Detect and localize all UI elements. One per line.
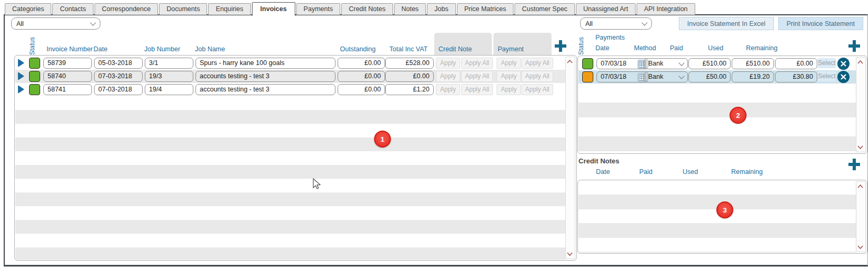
- add-payment-icon[interactable]: [847, 39, 861, 53]
- payment-apply-button[interactable]: Apply: [497, 71, 521, 82]
- payment-method-dropdown[interactable]: Bank: [644, 71, 688, 82]
- job-number-field[interactable]: 19/4: [145, 84, 193, 95]
- credit-note-apply-all-button[interactable]: Apply All: [461, 58, 493, 69]
- payment-date-value: 07/03/18: [601, 73, 627, 80]
- payments-filter-dropdown[interactable]: All: [580, 17, 652, 30]
- tab-price-matrices[interactable]: Price Matrices: [457, 3, 514, 15]
- column-cn-paid: Paid: [639, 168, 652, 176]
- tab-credit-notes[interactable]: Credit Notes: [341, 3, 393, 15]
- used-field[interactable]: £19.20: [732, 71, 774, 82]
- tab-correspondence[interactable]: Correspondence: [95, 3, 158, 15]
- column-payments-date-line1: Payments: [595, 34, 625, 41]
- total-inc-vat-field[interactable]: £1.20: [385, 84, 434, 95]
- payments-list-scrollbar[interactable]: [856, 57, 866, 152]
- invoice-list: 58739 05-03-2018 3/1 Spurs - harry kane …: [14, 55, 577, 261]
- invoice-row[interactable]: 58740 07-03-2018 19/3 accounts testing -…: [15, 70, 565, 83]
- tab-unassigned-art[interactable]: Unassigned Art: [576, 3, 636, 15]
- select-payment-button[interactable]: Select: [818, 71, 836, 81]
- print-invoice-statement-button[interactable]: Print Invoice Statement: [778, 17, 863, 30]
- payment-date-value: 07/03/18: [601, 60, 627, 67]
- job-name-field[interactable]: accounts testing - test 3: [195, 84, 335, 95]
- delete-payment-icon[interactable]: [837, 58, 850, 70]
- payment-row-selected[interactable]: 07/03/18 Bank £50.00 £19.20 £30.80 Selec…: [578, 70, 856, 84]
- invoice-date-field[interactable]: 07-03-2018: [94, 71, 143, 82]
- tab-enquiries[interactable]: Enquiries: [208, 3, 250, 15]
- job-name-field[interactable]: Spurs - harry kane 100 goals: [195, 58, 335, 69]
- expand-row-icon[interactable]: [18, 72, 24, 80]
- chevron-down-icon: [678, 60, 684, 66]
- remaining-field[interactable]: £0.00: [775, 58, 817, 69]
- tab-api-integration[interactable]: API Integration: [637, 3, 695, 15]
- paid-field[interactable]: £510.00: [688, 58, 731, 69]
- scroll-up-icon[interactable]: [567, 60, 573, 63]
- credit-note-apply-button[interactable]: Apply: [436, 58, 460, 69]
- invoice-statement-excel-button[interactable]: Invoice Statement In Excel: [679, 17, 774, 30]
- total-inc-vat-field[interactable]: £0.00: [385, 71, 434, 82]
- payment-apply-all-button[interactable]: Apply All: [521, 71, 553, 82]
- scroll-down-icon[interactable]: [567, 252, 573, 256]
- payment-apply-all-button[interactable]: Apply All: [521, 84, 553, 95]
- column-invoice-number: Invoice Number: [46, 45, 93, 53]
- status-indicator: [582, 58, 593, 69]
- invoice-number-field[interactable]: 58739: [43, 58, 92, 69]
- invoice-row[interactable]: 58741 07-03-2018 19/4 accounts testing -…: [15, 83, 565, 96]
- tab-payments[interactable]: Payments: [296, 3, 341, 15]
- credit-note-apply-button[interactable]: Apply: [436, 71, 460, 82]
- invoice-filter-dropdown[interactable]: All: [11, 17, 100, 30]
- payment-apply-all-button[interactable]: Apply All: [521, 58, 553, 69]
- tab-bar: Categories Contacts Correspondence Docum…: [5, 2, 868, 15]
- chevron-down-icon: [90, 20, 96, 25]
- chevron-down-icon: [678, 73, 684, 79]
- credit-notes-scrollbar[interactable]: [856, 181, 866, 252]
- tab-contacts[interactable]: Contacts: [52, 3, 93, 15]
- add-invoice-icon[interactable]: [554, 39, 567, 53]
- job-number-field[interactable]: 3/1: [145, 58, 193, 69]
- payment-apply-button[interactable]: Apply: [497, 84, 521, 95]
- invoice-number-field[interactable]: 58741: [43, 84, 92, 95]
- payment-date-field[interactable]: 07/03/18: [596, 58, 648, 69]
- empty-row-stripes: [578, 84, 856, 153]
- used-field[interactable]: £510.00: [732, 58, 774, 69]
- tab-notes[interactable]: Notes: [394, 3, 426, 15]
- paid-field[interactable]: £50.00: [688, 71, 731, 82]
- invoice-number-field[interactable]: 58740: [43, 71, 92, 82]
- outstanding-field[interactable]: £0.00: [338, 84, 385, 95]
- tab-documents[interactable]: Documents: [159, 3, 207, 15]
- tab-customer-spec[interactable]: Customer Spec: [515, 3, 575, 15]
- invoice-date-field[interactable]: 05-03-2018: [94, 58, 143, 69]
- tab-categories[interactable]: Categories: [5, 3, 51, 15]
- invoice-row[interactable]: 58739 05-03-2018 3/1 Spurs - harry kane …: [15, 57, 565, 70]
- credit-note-apply-button[interactable]: Apply: [436, 84, 460, 95]
- add-credit-note-icon[interactable]: [847, 158, 861, 171]
- scroll-up-icon[interactable]: [857, 185, 863, 188]
- total-inc-vat-field[interactable]: £528.00: [385, 58, 434, 69]
- column-remaining: Remaining: [746, 44, 778, 52]
- payment-apply-button[interactable]: Apply: [497, 58, 521, 69]
- mouse-cursor: [312, 178, 321, 190]
- annotation-marker-2: 2: [730, 107, 746, 124]
- job-name-field[interactable]: accounts testing - test 3: [195, 71, 335, 82]
- tab-invoices[interactable]: Invoices: [252, 2, 295, 16]
- outstanding-field[interactable]: £0.00: [338, 58, 385, 69]
- column-job-number: Job Number: [144, 45, 180, 53]
- delete-payment-icon[interactable]: [837, 71, 850, 83]
- scroll-down-icon[interactable]: [857, 145, 863, 149]
- credit-note-apply-all-button[interactable]: Apply All: [461, 84, 493, 95]
- column-credit-note: Credit Note: [438, 45, 472, 53]
- invoice-list-scrollbar[interactable]: [565, 57, 575, 259]
- remaining-field[interactable]: £30.80: [775, 71, 817, 82]
- scroll-up-icon[interactable]: [857, 60, 863, 64]
- scroll-down-icon[interactable]: [857, 245, 863, 249]
- outstanding-field[interactable]: £0.00: [338, 71, 385, 82]
- column-outstanding: Outstanding: [322, 45, 376, 53]
- payment-date-field[interactable]: 07/03/18: [596, 71, 648, 82]
- expand-row-icon[interactable]: [18, 85, 24, 94]
- payment-method-dropdown[interactable]: Bank: [644, 58, 688, 69]
- expand-row-icon[interactable]: [18, 59, 24, 67]
- payment-row[interactable]: 07/03/18 Bank £510.00 £510.00 £0.00 Sele…: [578, 57, 856, 70]
- tab-jobs[interactable]: Jobs: [427, 3, 455, 15]
- select-payment-button[interactable]: Select: [818, 58, 836, 68]
- credit-note-apply-all-button[interactable]: Apply All: [461, 71, 493, 82]
- job-number-field[interactable]: 19/3: [145, 71, 193, 82]
- invoice-date-field[interactable]: 07-03-2018: [94, 84, 143, 95]
